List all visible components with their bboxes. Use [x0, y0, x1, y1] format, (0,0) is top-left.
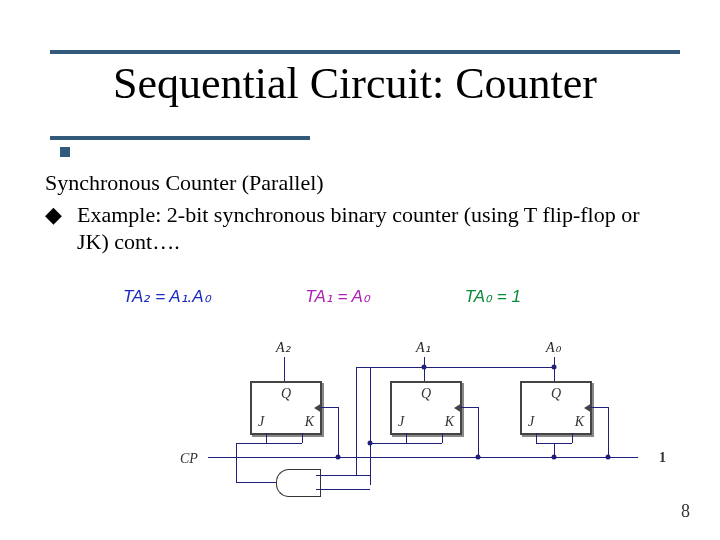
ff2-port-j: J: [258, 413, 264, 431]
ff2-port-q: Q: [281, 385, 291, 403]
bullet-text: Example: 2-bit synchronous binary counte…: [77, 201, 675, 256]
title-square-icon: [60, 147, 70, 157]
equation-ta0: TA₀ = 1: [375, 287, 521, 306]
wire: [442, 433, 443, 443]
output-label-a2: A₂: [276, 339, 291, 357]
wire: [284, 357, 285, 381]
circuit-diagram: Q J K A₂ Q J K A₁ Q J K A₀ CP: [180, 335, 660, 505]
title-rule-top: [50, 50, 680, 54]
ff0-port-k: K: [575, 413, 584, 431]
ff1-clock-icon: [454, 403, 462, 413]
wire: [460, 407, 478, 408]
wire: [236, 482, 276, 483]
ff1-port-k: K: [445, 413, 454, 431]
wire: [406, 443, 442, 444]
ff0-port-q: Q: [551, 385, 561, 403]
wire: [320, 407, 338, 408]
wire: [316, 475, 370, 476]
junction-dot: [422, 364, 427, 369]
title-rule-bottom: [50, 136, 310, 140]
output-label-a0: A₀: [546, 339, 561, 357]
constant-one-label: 1: [659, 449, 666, 467]
wire: [478, 407, 479, 457]
wire: [608, 407, 609, 457]
wire: [608, 457, 638, 458]
ff1-port-q: Q: [421, 385, 431, 403]
wire: [590, 407, 608, 408]
slide-title: Sequential Circuit: Counter: [0, 58, 720, 109]
wire: [406, 433, 407, 443]
ff1-port-j: J: [398, 413, 404, 431]
wire-cp: [208, 457, 608, 458]
wire: [536, 433, 537, 443]
wire: [266, 443, 302, 444]
junction-dot: [552, 454, 557, 459]
wire: [316, 489, 370, 490]
flipflop-a0: Q J K: [520, 381, 592, 435]
clock-label: CP: [180, 450, 198, 468]
ff2-clock-icon: [314, 403, 322, 413]
junction-dot: [552, 364, 557, 369]
wire: [236, 443, 237, 482]
ff0-port-j: J: [528, 413, 534, 431]
flipflop-a2: Q J K: [250, 381, 322, 435]
wire: [302, 433, 303, 443]
equation-ta1: TA₁ = A₀: [215, 287, 370, 306]
flipflop-a1: Q J K: [390, 381, 462, 435]
equation-ta2: TA₂ = A₁.A₀: [123, 287, 211, 306]
ff2-port-k: K: [305, 413, 314, 431]
wire: [356, 367, 357, 475]
wire: [572, 433, 573, 443]
section-subtitle: Synchronous Counter (Parallel): [45, 169, 675, 197]
wire: [356, 367, 424, 368]
output-label-a1: A₁: [416, 339, 431, 357]
slide-number: 8: [681, 501, 690, 522]
and-gate: [276, 469, 317, 497]
junction-dot: [336, 454, 341, 459]
wire: [370, 367, 371, 485]
junction-dot: [476, 454, 481, 459]
ff0-clock-icon: [584, 403, 592, 413]
equations-row: TA₂ = A₁.A₀ TA₁ = A₀ TA₀ = 1: [45, 256, 675, 315]
bullet-icon: ◆: [45, 201, 77, 256]
wire: [338, 407, 339, 457]
wire: [266, 433, 267, 443]
